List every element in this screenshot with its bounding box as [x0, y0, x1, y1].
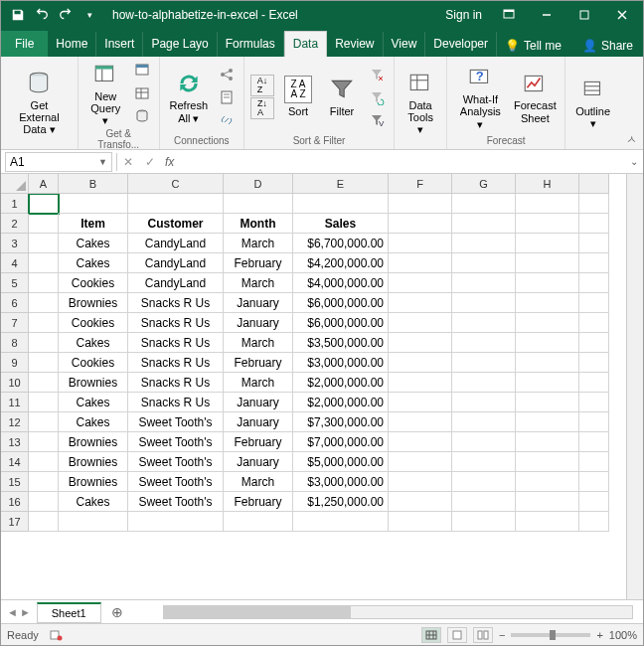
row-header-4[interactable]: 4 [1, 253, 29, 273]
cell-D9[interactable]: February [224, 353, 293, 373]
cell-H12[interactable] [516, 412, 579, 432]
cell-G7[interactable] [452, 313, 516, 333]
clear-filter-button[interactable] [366, 64, 388, 85]
cell-D7[interactable]: January [224, 313, 293, 333]
enter-formula-button[interactable]: ✓ [139, 155, 161, 169]
cell[interactable] [579, 214, 609, 234]
cell[interactable] [579, 333, 609, 353]
add-sheet-button[interactable]: ⊕ [101, 605, 133, 619]
data-tools-button[interactable]: Data Tools ▾ [401, 68, 440, 137]
cell-G2[interactable] [452, 214, 516, 234]
cell-A3[interactable] [29, 234, 59, 253]
cell-B15[interactable]: Brownies [59, 472, 128, 492]
row-header-1[interactable]: 1 [1, 194, 29, 214]
column-header[interactable] [579, 174, 609, 194]
row-header-12[interactable]: 12 [1, 412, 29, 432]
cell-F16[interactable] [389, 492, 452, 512]
sort-descending-button[interactable]: Z↓A [250, 97, 274, 119]
recent-sources-button[interactable] [131, 105, 153, 127]
cell-C15[interactable]: Sweet Tooth's [128, 472, 224, 492]
cell-C16[interactable]: Sweet Tooth's [128, 492, 224, 512]
cell-F14[interactable] [389, 452, 452, 472]
cell-G14[interactable] [452, 452, 516, 472]
horizontal-scrollbar[interactable] [163, 605, 633, 619]
cell-F4[interactable] [389, 253, 452, 273]
cell-C13[interactable]: Sweet Tooth's [128, 432, 224, 452]
cell-A12[interactable] [29, 412, 59, 432]
cell[interactable] [579, 472, 609, 492]
cell-C10[interactable]: Snacks R Us [128, 373, 224, 393]
cell-F12[interactable] [389, 412, 452, 432]
cell-A10[interactable] [29, 373, 59, 393]
cell-A16[interactable] [29, 492, 59, 512]
share-button[interactable]: 👤Share [572, 35, 643, 57]
tab-file[interactable]: File [1, 31, 48, 57]
forecast-sheet-button[interactable]: Forecast Sheet [512, 68, 560, 125]
edit-links-button[interactable] [216, 109, 238, 131]
select-all-corner[interactable] [1, 174, 29, 194]
cell-D2[interactable]: Month [224, 214, 293, 234]
page-break-view-button[interactable] [473, 627, 493, 643]
sort-button[interactable]: Z AA ZSort [278, 74, 318, 119]
zoom-in-button[interactable]: + [596, 629, 602, 641]
row-header-17[interactable]: 17 [1, 512, 29, 532]
get-external-data-button[interactable]: Get External Data ▾ [7, 68, 72, 137]
column-header-B[interactable]: B [59, 174, 128, 194]
cell-B9[interactable]: Cookies [59, 353, 128, 373]
zoom-level[interactable]: 100% [609, 629, 637, 641]
cell-B4[interactable]: Cakes [59, 253, 128, 273]
cell-A4[interactable] [29, 253, 59, 273]
cell-D1[interactable] [224, 194, 293, 214]
cell-B2[interactable]: Item [59, 214, 128, 234]
cell[interactable] [579, 432, 609, 452]
cell-A13[interactable] [29, 432, 59, 452]
zoom-out-button[interactable]: − [499, 629, 505, 641]
cell-F11[interactable] [389, 393, 452, 412]
cell-F8[interactable] [389, 333, 452, 353]
cell-B8[interactable]: Cakes [59, 333, 128, 353]
cell-B5[interactable]: Cookies [59, 273, 128, 293]
cell-C4[interactable]: CandyLand [128, 253, 224, 273]
cell-G16[interactable] [452, 492, 516, 512]
sheet-nav-prev[interactable]: ◄ [7, 606, 18, 618]
cell-C2[interactable]: Customer [128, 214, 224, 234]
cell-G9[interactable] [452, 353, 516, 373]
cell-H7[interactable] [516, 313, 579, 333]
column-header-H[interactable]: H [516, 174, 579, 194]
page-layout-view-button[interactable] [447, 627, 467, 643]
cell-E1[interactable] [293, 194, 389, 214]
sort-ascending-button[interactable]: A↓Z [250, 75, 274, 96]
cell[interactable] [579, 412, 609, 432]
cell-D6[interactable]: January [224, 293, 293, 313]
cell-B17[interactable] [59, 512, 128, 532]
cell-G15[interactable] [452, 472, 516, 492]
cell[interactable] [579, 492, 609, 512]
cell-H16[interactable] [516, 492, 579, 512]
tab-developer[interactable]: Developer [425, 32, 497, 57]
minimize-button[interactable] [530, 4, 564, 26]
cell-D16[interactable]: February [224, 492, 293, 512]
cell-E12[interactable]: $7,300,000.00 [293, 412, 389, 432]
cell-H9[interactable] [516, 353, 579, 373]
row-header-10[interactable]: 10 [1, 373, 29, 393]
maximize-button[interactable] [567, 4, 601, 26]
cell-A17[interactable] [29, 512, 59, 532]
cell-G6[interactable] [452, 293, 516, 313]
sheet-tab-1[interactable]: Sheet1 [37, 602, 101, 623]
cell[interactable] [579, 452, 609, 472]
cell-B6[interactable]: Brownies [59, 293, 128, 313]
cell-F7[interactable] [389, 313, 452, 333]
cell-A9[interactable] [29, 353, 59, 373]
cell-B13[interactable]: Brownies [59, 432, 128, 452]
cell-H15[interactable] [516, 472, 579, 492]
column-header-F[interactable]: F [389, 174, 452, 194]
cell-D8[interactable]: March [224, 333, 293, 353]
cell-C17[interactable] [128, 512, 224, 532]
tell-me[interactable]: 💡Tell me [497, 35, 569, 57]
cell-F15[interactable] [389, 472, 452, 492]
cell-E16[interactable]: $1,250,000.00 [293, 492, 389, 512]
column-header-E[interactable]: E [293, 174, 389, 194]
row-header-16[interactable]: 16 [1, 492, 29, 512]
tab-formulas[interactable]: Formulas [218, 32, 284, 57]
cell-C12[interactable]: Sweet Tooth's [128, 412, 224, 432]
